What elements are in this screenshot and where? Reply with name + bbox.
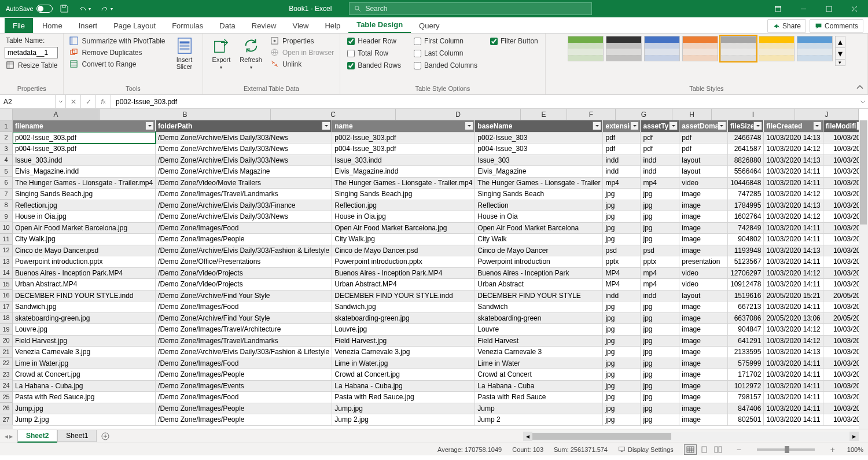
cell-C14[interactable]: Buenos Aires - Inception Park.MP4 — [332, 267, 475, 279]
cell-E21[interactable]: jpg — [603, 347, 641, 358]
column-header-E[interactable]: E — [521, 109, 567, 120]
row-header-17[interactable]: 17 — [0, 301, 13, 313]
column-header-F[interactable]: F — [567, 109, 616, 120]
cell-I25[interactable]: 10/03/2020 14:11 — [764, 392, 823, 403]
cell-D14[interactable]: Buenos Aires - Inception Park — [475, 267, 603, 279]
cell-H27[interactable]: 802501 — [727, 414, 763, 426]
cell-A6[interactable]: The Hunger Games - Lionsgate - Trailer.m… — [13, 177, 156, 189]
cell-E8[interactable]: jpg — [603, 200, 641, 211]
horizontal-scrollbar[interactable]: ◂ ▸ — [523, 432, 859, 441]
cell-G10[interactable]: image — [679, 222, 728, 234]
cell-E14[interactable]: MP4 — [603, 267, 641, 279]
row-header-19[interactable]: 19 — [0, 324, 13, 336]
row-header-10[interactable]: 10 — [0, 222, 13, 234]
cell-D22[interactable]: Lime in Water — [475, 358, 603, 369]
ribbon-tab-insert[interactable]: Insert — [71, 18, 106, 33]
cell-A14[interactable]: Buenos Aires - Inception Park.MP4 — [13, 267, 156, 279]
cell-G5[interactable]: layout — [679, 166, 728, 178]
cell-C8[interactable]: Reflection.jpg — [332, 200, 475, 211]
table-style-swatch[interactable] — [606, 36, 642, 61]
cell-H21[interactable]: 2133595 — [727, 347, 763, 358]
cell-A17[interactable]: Sandwich.jpg — [13, 301, 156, 313]
cell-F14[interactable]: mp4 — [641, 267, 679, 279]
cell-J19[interactable]: 10/03/202 — [823, 324, 859, 336]
cell-B22[interactable]: /Demo Zone/Images/Food — [156, 358, 332, 369]
save-button[interactable] — [57, 4, 71, 13]
cell-I22[interactable]: 10/03/2020 14:11 — [764, 358, 823, 369]
cell-I20[interactable]: 10/03/2020 14:12 — [764, 335, 823, 347]
page-break-view-button[interactable] — [712, 444, 724, 455]
cell-A8[interactable]: Reflection.jpg — [13, 200, 156, 211]
style-gallery-more[interactable]: ▴▾▾ — [835, 36, 845, 66]
cell-D7[interactable]: Singing Sands Beach — [475, 189, 603, 200]
cell-J4[interactable]: 10/03/202 — [823, 154, 859, 166]
cell-A15[interactable]: Urban Abstract.MP4 — [13, 279, 156, 290]
cell-H17[interactable]: 667213 — [727, 301, 763, 313]
sheet-nav-prev[interactable]: ◂ — [5, 432, 8, 440]
table-style-swatch[interactable] — [759, 36, 795, 61]
cell-D25[interactable]: Pasta with Red Sauce — [475, 392, 603, 403]
cell-D8[interactable]: Reflection — [475, 200, 603, 211]
cell-E27[interactable]: jpg — [603, 414, 641, 426]
data-view[interactable]: filenamefolderPathnamebaseNameextensiona… — [13, 120, 859, 429]
total-row-checkbox[interactable]: Total Row — [345, 48, 403, 58]
cell-C20[interactable]: Field Harvest.jpg — [332, 335, 475, 347]
cell-J3[interactable]: 10/03/202 — [823, 143, 859, 155]
cell-A10[interactable]: Open Air Food Market Barcelona.jpg — [13, 222, 156, 234]
cell-F18[interactable]: jpg — [641, 312, 679, 324]
cell-G13[interactable]: presentation — [679, 256, 728, 268]
cell-C22[interactable]: Lime in Water.jpg — [332, 358, 475, 369]
cell-B19[interactable]: /Demo Zone/Images/Travel/Architecture — [156, 324, 332, 336]
banded-rows-checkbox[interactable]: Banded Rows — [345, 60, 403, 71]
cell-F25[interactable]: jpg — [641, 392, 679, 403]
cell-E17[interactable]: jpg — [603, 301, 641, 313]
cell-H5[interactable]: 5566464 — [727, 166, 763, 178]
cell-J2[interactable]: 10/03/202 — [823, 132, 859, 143]
row-header-5[interactable]: 5 — [0, 166, 13, 178]
zoom-out-button[interactable]: − — [735, 446, 743, 454]
cell-C4[interactable]: Issue_303.indd — [332, 154, 475, 166]
cell-H24[interactable]: 1012972 — [727, 380, 763, 392]
cell-E3[interactable]: pdf — [603, 143, 641, 155]
cell-F3[interactable]: pdf — [641, 143, 679, 155]
zoom-slider[interactable] — [757, 448, 815, 451]
cell-A24[interactable]: La Habana - Cuba.jpg — [13, 380, 156, 392]
cell-A25[interactable]: Pasta with Red Sauce.jpg — [13, 392, 156, 403]
cell-I4[interactable]: 10/03/2020 14:13 — [764, 154, 823, 166]
ribbon-tab-review[interactable]: Review — [244, 18, 285, 33]
column-header-D[interactable]: D — [396, 109, 521, 120]
cell-G15[interactable]: video — [679, 279, 728, 290]
cell-C23[interactable]: Crowd at Concert.jpg — [332, 369, 475, 381]
cell-F22[interactable]: jpg — [641, 358, 679, 369]
cell-I14[interactable]: 10/03/2020 14:12 — [764, 267, 823, 279]
cell-C25[interactable]: Pasta with Red Sauce.jpg — [332, 392, 475, 403]
cell-J14[interactable]: 10/03/202 — [823, 267, 859, 279]
ribbon-tab-file[interactable]: File — [5, 18, 33, 33]
cell-D21[interactable]: Venezia Carnevale 3 — [475, 347, 603, 358]
cell-H3[interactable]: 2641587 — [727, 143, 763, 155]
filter-button-checkbox[interactable]: Filter Button — [488, 36, 540, 46]
table-header-name[interactable]: name — [332, 120, 475, 132]
row-header-21[interactable]: 21 — [0, 347, 13, 358]
cell-G24[interactable]: image — [679, 380, 728, 392]
cell-F24[interactable]: jpg — [641, 380, 679, 392]
cell-C6[interactable]: The Hunger Games - Lionsgate - Trailer.m… — [332, 177, 475, 189]
cell-J25[interactable]: 10/03/202 — [823, 392, 859, 403]
cell-G17[interactable]: image — [679, 301, 728, 313]
table-header-assetDomain[interactable]: assetDomain — [679, 120, 728, 132]
table-header-extension[interactable]: extension — [603, 120, 641, 132]
cell-B6[interactable]: /Demo Zone/Video/Movie Trailers — [156, 177, 332, 189]
cell-H18[interactable]: 6637086 — [727, 312, 763, 324]
filter-button[interactable] — [669, 122, 678, 130]
cell-C5[interactable]: Elvis_Magazine.indd — [332, 166, 475, 178]
cell-I23[interactable]: 10/03/2020 14:11 — [764, 369, 823, 381]
cell-I8[interactable]: 10/03/2020 14:13 — [764, 200, 823, 211]
cell-B24[interactable]: /Demo Zone/Images/Events — [156, 380, 332, 392]
ribbon-tab-table-design[interactable]: Table Design — [348, 17, 411, 33]
sheet-nav-next[interactable]: ▸ — [9, 432, 13, 440]
cell-C21[interactable]: Venezia Carnevale 3.jpg — [332, 347, 475, 358]
row-header-8[interactable]: 8 — [0, 200, 13, 211]
cell-A22[interactable]: Lime in Water.jpg — [13, 358, 156, 369]
cell-I7[interactable]: 10/03/2020 14:12 — [764, 189, 823, 200]
cell-F5[interactable]: indd — [641, 166, 679, 178]
